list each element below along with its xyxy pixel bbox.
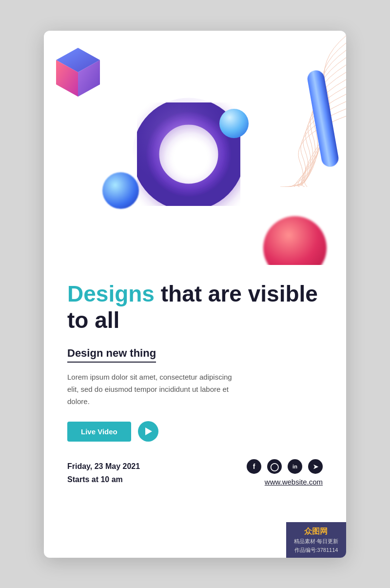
illustration-area (44, 31, 346, 265)
twitter-icon[interactable]: ➤ (308, 459, 323, 474)
facebook-icon[interactable]: f (247, 459, 261, 474)
sphere-blue-center (219, 109, 249, 138)
watermark-tagline: 精品素材·每日更新 (294, 537, 338, 546)
instagram-icon[interactable]: ◯ (267, 459, 282, 474)
watermark-id: 作品编号:3781114 (294, 546, 338, 555)
content-area: Designs that are visible to all Design n… (44, 265, 346, 502)
subheading: Design new thing (67, 347, 156, 363)
headline-highlight: Designs (67, 281, 155, 306)
play-icon (145, 427, 152, 435)
social-icons: f ◯ in ➤ (247, 459, 323, 474)
date-line2: Starts at 10 am (67, 473, 140, 486)
linkedin-icon[interactable]: in (288, 459, 302, 474)
sphere-blue-left (102, 172, 139, 209)
date-info: Friday, 23 May 2021 Starts at 10 am (67, 460, 140, 486)
headline: Designs that are visible to all (67, 281, 323, 334)
website-link[interactable]: www.website.com (247, 478, 323, 486)
event-card: Designs that are visible to all Design n… (44, 31, 346, 558)
right-info: f ◯ in ➤ www.website.com (247, 459, 323, 486)
play-button[interactable] (138, 421, 158, 442)
body-text: Lorem ipsum dolor sit amet, consectetur … (67, 371, 233, 407)
watermark-brand: 众图网 (294, 525, 338, 538)
live-video-button[interactable]: Live Video (67, 422, 131, 442)
sphere-pink (263, 216, 327, 265)
button-row: Live Video (67, 421, 323, 442)
cube-decoration (54, 45, 102, 99)
svg-point-4 (146, 111, 232, 197)
watermark: 众图网 精品素材·每日更新 作品编号:3781114 (286, 522, 346, 558)
bottom-row: Friday, 23 May 2021 Starts at 10 am f ◯ … (67, 459, 323, 486)
date-line1: Friday, 23 May 2021 (67, 460, 140, 473)
